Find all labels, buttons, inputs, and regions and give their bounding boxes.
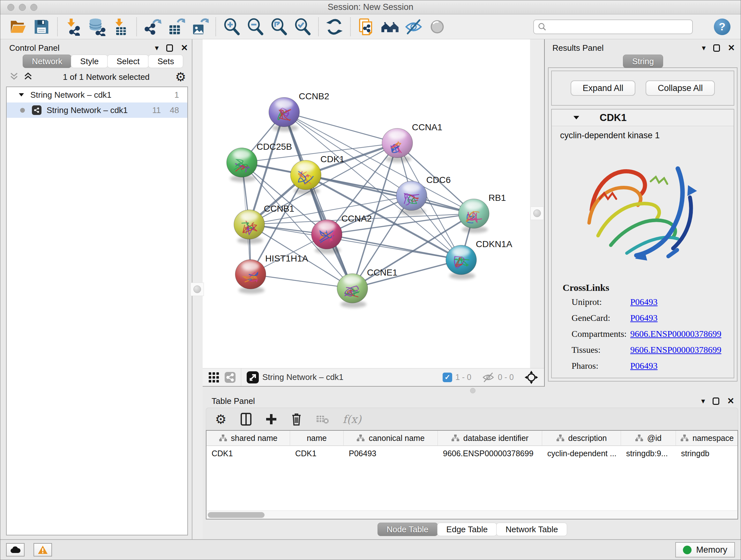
section-expander-icon[interactable] bbox=[573, 115, 580, 120]
collapse-all-button[interactable]: Collapse All bbox=[646, 80, 715, 96]
search-input[interactable] bbox=[547, 22, 684, 31]
float-panel-icon[interactable] bbox=[713, 397, 719, 405]
table-row[interactable]: CDK1CDK1P064939606.ENSP00000378699cyclin… bbox=[206, 446, 738, 461]
table-options-gear-icon[interactable]: ⚙ bbox=[215, 412, 226, 427]
tab-string[interactable]: String bbox=[623, 55, 663, 68]
node-CDKN1A[interactable]: CDKN1A bbox=[446, 240, 513, 279]
new-network-from-selection-button[interactable] bbox=[356, 17, 376, 37]
save-session-button[interactable] bbox=[31, 17, 51, 37]
float-panel-icon[interactable] bbox=[166, 44, 173, 52]
show-columns-icon[interactable] bbox=[241, 413, 252, 426]
gene-section-header[interactable]: CDK1 bbox=[552, 110, 734, 126]
crosslink-link[interactable]: 9606.ENSP00000378699 bbox=[630, 329, 721, 339]
table-cell[interactable]: CDK1 bbox=[290, 446, 344, 461]
tree-expander-icon[interactable] bbox=[18, 92, 24, 98]
table-toolbar: ⚙ f(x) bbox=[206, 408, 738, 430]
first-neighbors-button[interactable] bbox=[380, 17, 400, 37]
column-header-shared-name[interactable]: shared name bbox=[206, 431, 290, 445]
zoom-selected-button[interactable] bbox=[293, 17, 313, 37]
node-label: CCNB1 bbox=[264, 204, 294, 213]
import-network-database-button[interactable] bbox=[87, 17, 107, 37]
network-graph[interactable]: CCNB2CCNA1CDC25BCDK1CDC6RB1CCNB1CCNA2CDK… bbox=[203, 39, 530, 368]
table-horizontal-scrollbar[interactable] bbox=[206, 510, 738, 519]
close-panel-icon[interactable]: ✕ bbox=[728, 44, 735, 52]
node-RB1[interactable]: RB1 bbox=[459, 193, 506, 233]
network-row[interactable]: String Network – cdk1 11 48 bbox=[7, 103, 187, 118]
tab-edge-table[interactable]: Edge Table bbox=[437, 523, 497, 536]
tab-sets[interactable]: Sets bbox=[148, 55, 183, 68]
column-header-description[interactable]: description bbox=[542, 431, 621, 445]
tab-network[interactable]: Network bbox=[23, 55, 71, 68]
tab-node-table[interactable]: Node Table bbox=[378, 523, 438, 536]
tab-network-table[interactable]: Network Table bbox=[496, 523, 567, 536]
crosslink-link[interactable]: P06493 bbox=[630, 361, 658, 371]
table-cell[interactable]: stringdb:9... bbox=[621, 446, 676, 461]
selected-nodes-checkbox-icon[interactable]: ✓ bbox=[443, 373, 452, 382]
zoom-fit-button[interactable] bbox=[269, 17, 289, 37]
network-canvas[interactable]: CCNB2CCNA1CDC25BCDK1CDC6RB1CCNB1CCNA2CDK… bbox=[203, 39, 530, 368]
cloud-status-button[interactable] bbox=[6, 543, 24, 557]
column-header-canonical-name[interactable]: canonical name bbox=[344, 431, 438, 445]
network-share-icon[interactable] bbox=[224, 372, 236, 383]
export-network-button[interactable] bbox=[143, 17, 162, 37]
node-CCNB2[interactable]: CCNB2 bbox=[269, 91, 329, 132]
table-cell[interactable]: 9606.ENSP00000378699 bbox=[438, 446, 542, 461]
import-network-file-button[interactable] bbox=[64, 17, 83, 37]
open-in-string-icon[interactable] bbox=[246, 371, 259, 384]
column-header-database-identifier[interactable]: database identifier bbox=[438, 431, 542, 445]
table-cell[interactable]: P06493 bbox=[344, 446, 438, 461]
table-cell[interactable]: cyclin-dependent ... bbox=[542, 446, 621, 461]
node-HIST1H1A[interactable]: HIST1H1A bbox=[235, 254, 308, 294]
import-table-file-button[interactable] bbox=[111, 17, 131, 37]
right-splitter[interactable] bbox=[530, 39, 544, 368]
show-all-button[interactable] bbox=[427, 17, 447, 37]
edge-CCNB2-CCNA1[interactable] bbox=[284, 112, 397, 143]
expand-all-networks-icon[interactable] bbox=[23, 72, 33, 82]
crosslink-link[interactable]: P06493 bbox=[630, 313, 658, 323]
network-footer-bar: String Network – cdk1 ✓ 1 - 0 0 - 0 bbox=[203, 368, 544, 387]
network-collection-row[interactable]: String Network – cdk1 1 bbox=[7, 87, 187, 103]
export-image-button[interactable] bbox=[190, 17, 210, 37]
warnings-button[interactable] bbox=[33, 543, 52, 557]
expand-all-button[interactable]: Expand All bbox=[570, 80, 636, 96]
export-table-button[interactable] bbox=[166, 17, 186, 37]
birds-eye-view-icon[interactable] bbox=[524, 370, 538, 384]
tab-select[interactable]: Select bbox=[107, 55, 149, 68]
table-cell[interactable]: CDK1 bbox=[206, 446, 290, 461]
column-header-namespace[interactable]: namespace bbox=[676, 431, 738, 445]
column-header-@id[interactable]: @id bbox=[621, 431, 676, 445]
apply-style-refresh-button[interactable] bbox=[325, 17, 344, 37]
zoom-out-button[interactable] bbox=[246, 17, 265, 37]
scrollbar-thumb[interactable] bbox=[208, 512, 265, 518]
close-panel-icon[interactable]: ✕ bbox=[181, 44, 188, 52]
crosslink-row: GeneCard:P06493 bbox=[562, 313, 734, 323]
node-CDK1[interactable]: CDK1 bbox=[290, 154, 344, 194]
crosslink-link[interactable]: P06493 bbox=[630, 297, 658, 307]
create-column-icon[interactable] bbox=[266, 414, 277, 425]
help-button[interactable]: ? bbox=[714, 18, 731, 35]
node-CDC25B[interactable]: CDC25B bbox=[226, 142, 292, 182]
node-CCNB1[interactable]: CCNB1 bbox=[234, 204, 294, 244]
toolbar-search[interactable] bbox=[533, 19, 693, 34]
network-options-gear-icon[interactable]: ⚙ bbox=[175, 71, 186, 83]
zoom-in-button[interactable] bbox=[222, 17, 242, 37]
panel-menu-icon[interactable]: ▾ bbox=[155, 44, 158, 52]
close-panel-icon[interactable]: ✕ bbox=[727, 397, 734, 406]
collapse-all-networks-icon[interactable] bbox=[9, 72, 19, 82]
crosslink-link[interactable]: 9606.ENSP00000378699 bbox=[630, 345, 721, 355]
delete-column-trash-icon[interactable] bbox=[291, 413, 302, 426]
edge-CCNA2-CDKN1A[interactable] bbox=[327, 234, 461, 260]
panel-menu-icon[interactable]: ▾ bbox=[701, 397, 705, 405]
horizontal-splitter[interactable] bbox=[203, 387, 741, 394]
grid-view-icon[interactable] bbox=[208, 372, 219, 383]
node-CDC6[interactable]: CDC6 bbox=[396, 175, 451, 215]
column-header-name[interactable]: name bbox=[290, 431, 344, 445]
panel-menu-icon[interactable]: ▾ bbox=[702, 44, 705, 52]
float-panel-icon[interactable] bbox=[713, 44, 720, 52]
table-cell[interactable]: stringdb bbox=[676, 446, 738, 461]
hide-selected-button[interactable] bbox=[404, 17, 423, 37]
open-session-button[interactable] bbox=[8, 17, 28, 37]
memory-button[interactable]: Memory bbox=[675, 542, 735, 557]
left-splitter[interactable] bbox=[192, 39, 203, 539]
tab-style[interactable]: Style bbox=[71, 55, 108, 68]
